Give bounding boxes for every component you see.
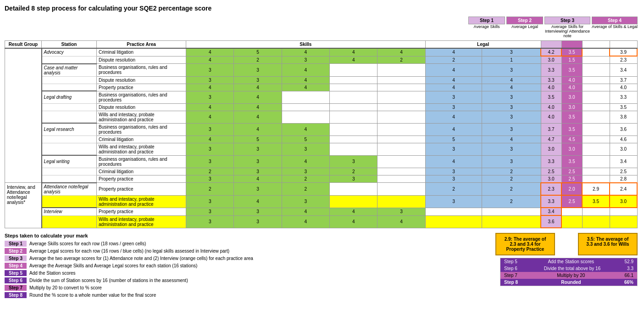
- step4-text: Average the Average Skills and Average L…: [29, 263, 197, 268]
- practice-dispute-2: Dispute resolution: [97, 76, 186, 84]
- skill-cell: [378, 111, 425, 123]
- col-practice-area: Practice Area: [97, 41, 186, 49]
- step3-val: [582, 56, 610, 64]
- avg-skills-val: 3.3: [541, 64, 561, 77]
- page-title: Detailed 8 step process for calculating …: [5, 5, 638, 12]
- step4-val: 3.6: [610, 123, 637, 136]
- avg-skills-val: 2.5: [541, 168, 561, 175]
- avg-legal-val: 1.5: [561, 56, 582, 64]
- practice-property-1: Property practice: [97, 84, 186, 91]
- calc-panel: Step 5 Add the Station scores 52.9 Step …: [500, 258, 638, 286]
- legal-cell: 2: [482, 175, 541, 183]
- avg-legal-val: 3.5: [561, 111, 582, 123]
- legal-cell: 2: [425, 56, 482, 64]
- practice-criminal-3: Criminal litigation: [97, 168, 186, 175]
- avg-skills-val: 4.0: [541, 103, 561, 111]
- avg-skills-val: 4.7: [541, 136, 561, 143]
- practice-business-2: Business organisations, rules and proced…: [97, 91, 186, 103]
- calc-row-8: Step 8 Rounded 66%: [500, 279, 637, 286]
- practice-wills-2: Wills and intestacy, probate administrat…: [97, 143, 186, 155]
- skill-cell: 3: [234, 215, 282, 228]
- legal-cell: 4: [425, 48, 482, 56]
- avg-legal-val: 2.0: [561, 183, 582, 196]
- skill-cell: 2: [186, 168, 234, 175]
- practice-property-4: Property practice: [97, 208, 186, 215]
- step3-val: [582, 136, 610, 143]
- step8-label: Step 8: [504, 280, 518, 285]
- practice-business-4: Business organisations, rules and proced…: [97, 155, 186, 168]
- avg-legal-val: 3.5: [561, 123, 582, 136]
- avg-skills-val: 3.4: [541, 208, 561, 215]
- skill-cell: 4: [186, 136, 234, 143]
- skill-cell: [378, 91, 425, 103]
- skill-cell: 4: [186, 48, 234, 56]
- step3-header: Step 3: [544, 17, 590, 24]
- skill-cell: [330, 103, 378, 111]
- avg-skills-val: 3.3: [541, 155, 561, 168]
- legal-cell: 3: [482, 123, 541, 136]
- skill-cell: 2: [282, 175, 329, 183]
- skill-cell: 3: [378, 208, 425, 215]
- step2-sub: Average Legal: [506, 24, 543, 29]
- avg-legal-val: [561, 215, 582, 228]
- station-empty: [42, 111, 97, 123]
- skill-cell: 3: [234, 64, 282, 77]
- avg-legal-val: 4.0: [561, 76, 582, 84]
- avg-legal-val: 4.0: [561, 84, 582, 91]
- avg-skills-val: 3.0: [541, 143, 561, 155]
- avg-skills-val: 2.3: [541, 183, 561, 196]
- skill-cell: 4: [378, 215, 425, 228]
- skill-cell: 5: [234, 136, 282, 143]
- avg-skills-val: 3.7: [541, 123, 561, 136]
- legal-cell: 3: [425, 143, 482, 155]
- step2-header: Step 2: [506, 17, 543, 24]
- table-row: Property practice 3 4 2 3 3 2 3.0 2.5 2.…: [5, 175, 638, 183]
- legal-cell: 2: [482, 168, 541, 175]
- step3-val: [582, 84, 610, 91]
- practice-property-2: Property practice: [97, 175, 186, 183]
- legal-cell: 3: [425, 103, 482, 111]
- station-attendance: Attendance note/legal analysis: [42, 183, 97, 196]
- avg-legal-val: 3.5: [561, 48, 582, 56]
- legal-cell: 3: [482, 111, 541, 123]
- step6-desc: Divide the total above by 16: [544, 266, 600, 271]
- skill-cell: [330, 64, 378, 77]
- wills-callout: 3.5: The average of 3.3 and 3.6 for Will…: [578, 233, 638, 255]
- legal-cell: 3: [482, 64, 541, 77]
- avg-legal-val: [561, 208, 582, 215]
- step3-val: [582, 91, 610, 103]
- table-row: Criminal litigation 4 5 5 5 4 4.7 4.5 4.…: [5, 136, 638, 143]
- table-row: Wills and intestacy, probate administrat…: [5, 111, 638, 123]
- main-container: Detailed 8 step process for calculating …: [5, 5, 638, 299]
- legal-cell: 4: [482, 76, 541, 84]
- table-row: Criminal litigation 2 3 3 2 3 2 2.5 2.5 …: [5, 168, 638, 175]
- skill-cell: [330, 195, 378, 208]
- step-item-1: Step 1 Average Skills scores for each ro…: [5, 241, 394, 247]
- skill-cell: 3: [186, 155, 234, 168]
- step-item-6: Step 6 Divide the sum of Station scores …: [5, 277, 394, 283]
- skill-cell: 2: [234, 56, 282, 64]
- legal-cell: 3: [425, 195, 482, 208]
- station-empty: [42, 136, 97, 143]
- practice-wills-1: Wills and intestacy, probate administrat…: [97, 111, 186, 123]
- col-avg-legal: [561, 41, 582, 49]
- col-skills-header: Skills: [186, 41, 426, 49]
- avg-legal-val: 4.5: [561, 136, 582, 143]
- step8-text: Round the % score to a whole number valu…: [29, 293, 156, 298]
- skill-cell: [378, 136, 425, 143]
- skill-cell: 3: [234, 76, 282, 84]
- skill-cell: 4: [186, 103, 234, 111]
- legal-cell: 2: [482, 195, 541, 208]
- step7-badge: Step 7: [5, 285, 27, 291]
- legal-cell: [425, 208, 482, 215]
- legal-cell: 3: [482, 91, 541, 103]
- station-empty: [42, 143, 97, 155]
- avg-skills-val: 3.3: [541, 76, 561, 84]
- skill-cell: 3: [234, 183, 282, 196]
- step4-val: 3.0: [610, 143, 637, 155]
- step3-val: [582, 155, 610, 168]
- step-item-3: Step 3 Average the two average scores fo…: [5, 255, 394, 261]
- station-interview: Interview: [42, 208, 97, 215]
- station-advocacy: Advocacy: [42, 48, 97, 56]
- step3-val: [582, 168, 610, 175]
